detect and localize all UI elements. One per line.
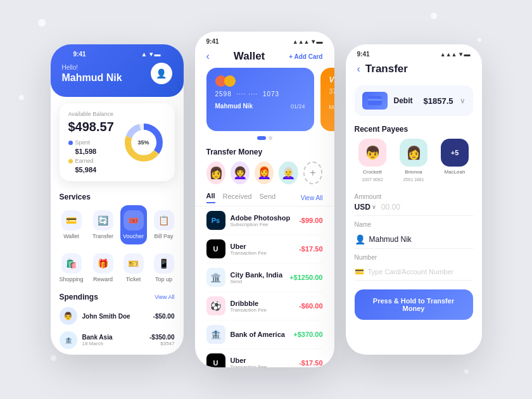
balance-amount: $498.57 <box>68 120 114 134</box>
spendings-view-all[interactable]: View All <box>155 294 174 300</box>
add-payee-button[interactable]: + <box>303 162 323 184</box>
transaction-tabs: All Received Send View All <box>195 189 334 206</box>
battery-icon: ▬ <box>155 51 161 58</box>
tab-received[interactable]: Received <box>223 193 252 203</box>
service-reward-label: Reward <box>93 276 113 282</box>
number-label: Number <box>355 254 473 261</box>
tx-icon-dribbble: ⚽ <box>206 296 225 315</box>
spending-amount-bankasia: -$350.00 <box>149 334 174 341</box>
transactions-view-all[interactable]: View All <box>301 194 323 201</box>
payee-name-brionna: Brionna <box>405 169 422 175</box>
add-card-button[interactable]: + Add Card <box>289 53 322 60</box>
tx-sub-citybank: Send <box>231 279 283 284</box>
payee-brionna[interactable]: 👩 Brionna 2561 1881 <box>396 139 432 182</box>
back-button-transfer[interactable]: ‹ <box>357 63 360 75</box>
debit-chevron-icon: ∨ <box>460 96 466 105</box>
wifi-icon-3: ▾ <box>459 51 462 58</box>
earned-amount: $5,984 <box>75 166 114 174</box>
wallet-title: Wallet <box>234 50 265 63</box>
card-expiry-1: 01/24 <box>291 103 305 110</box>
payees-row: 👦 Crockett 1007 9082 👩 Brionna 2561 1881… <box>355 139 473 182</box>
phone-home: 9:41 ▲ ▾ ▬ Hello! Mahmud Nik 👤 Available… <box>51 44 184 355</box>
spendings-header: Spendings View All <box>51 288 184 304</box>
service-reward[interactable]: 🎁 Reward <box>90 248 117 288</box>
user-avatar: 👤 <box>151 63 172 84</box>
tx-sub-photoshop: Subscription Fee <box>231 222 291 227</box>
greeting: Hello! <box>62 64 122 71</box>
service-transfer[interactable]: 🔄 Transfer <box>90 205 117 244</box>
tx-amount-photoshop: -$99.00 <box>299 217 322 224</box>
scroll-dot-2 <box>269 136 272 140</box>
service-voucher[interactable]: 🎟️ Voucher <box>120 205 147 244</box>
scroll-dot-1 <box>257 136 266 140</box>
debit-selector[interactable]: Debit $1857.5 ∨ <box>355 86 473 116</box>
tx-icon-uber1: U <box>206 239 225 258</box>
phone-wallet: 9:41 ▲▲▲ ▾ ▬ ‹ Wallet + Add Card 2598 ··… <box>195 32 334 367</box>
currency-select[interactable]: USD ∨ <box>355 203 376 212</box>
payee-more[interactable]: +5 MacLeah <box>437 139 473 182</box>
status-time-1: 9:41 <box>73 51 86 58</box>
tab-all[interactable]: All <box>206 192 215 203</box>
card-number-1: 2598 ···· ···· 1073 <box>215 91 305 98</box>
payee-crockett[interactable]: 👦 Crockett 1007 9082 <box>355 139 391 182</box>
tx-name-uber1: Uber <box>231 243 267 250</box>
cards-scroll: 2598 ···· ···· 1073 Mahmud Nik 01/24 VIS… <box>195 68 334 131</box>
name-row: 👤 Mahmud Nik <box>355 231 473 249</box>
avatar-john: 👨 <box>60 307 77 325</box>
tx-sub-uber2: Transaction Fee <box>231 364 267 368</box>
tab-send[interactable]: Send <box>259 193 276 203</box>
services-title: Services <box>51 187 184 205</box>
service-topup[interactable]: 📱 Top up <box>151 248 177 288</box>
transfer-money-button[interactable]: Press & Hold to Transfer Money <box>355 289 473 320</box>
name-value: Mahmud Nik <box>369 235 412 244</box>
service-billpay[interactable]: 📋 Bill Pay <box>151 205 177 244</box>
service-wallet[interactable]: 💳 Wallet <box>57 205 86 244</box>
spending-citybank: 🏛️ City Bank, India 15 March -$570.00 $3… <box>51 352 184 355</box>
currency-value: USD <box>355 203 370 212</box>
tx-uber2: U Uber Transaction Fee -$17.50 <box>206 349 323 367</box>
recent-payees-title: Recent Payees <box>355 125 473 134</box>
status-bar-1: 9:41 ▲ ▾ ▬ <box>62 44 172 60</box>
transfer-form: Ammount USD ∨ 00.00 Name 👤 Mahmud Nik Nu… <box>346 186 482 283</box>
signal-icon-2: ▲▲▲ <box>293 39 310 45</box>
service-voucher-label: Voucher <box>123 233 144 239</box>
transfer-avatar-2[interactable]: 👩‍🦱 <box>231 162 250 184</box>
tx-name-bankamerica: Bank of America <box>231 331 285 338</box>
recent-payees-section: Recent Payees 👦 Crockett 1007 9082 👩 Bri… <box>346 121 482 186</box>
spending-john: 👨 John Smith Doe -$50.00 <box>51 304 184 328</box>
wallet-header: ‹ Wallet + Add Card <box>195 48 334 68</box>
service-ticket[interactable]: 🎫 Ticket <box>120 248 147 288</box>
signal-icon: ▲ <box>141 51 148 58</box>
tx-name-dribbble: Dribbble <box>231 300 267 307</box>
tx-name-uber2: Uber <box>231 357 267 364</box>
transfer-avatar-4[interactable]: 👩‍🦳 <box>279 162 298 184</box>
spending-total-bankasia: $3547 <box>149 341 174 346</box>
battery-icon-3: ▬ <box>464 51 471 58</box>
transfer-section: Transfer Money 👩 👩‍🦱 👩‍🦰 👩‍🦳 + <box>195 145 334 189</box>
card-number-visa: 3754 <box>329 88 334 95</box>
transfer-avatars: 👩 👩‍🦱 👩‍🦰 👩‍🦳 + <box>206 162 323 184</box>
service-ticket-label: Ticket <box>126 276 141 282</box>
spent-label: Spent <box>75 139 91 146</box>
tx-sub-uber1: Transaction Fee <box>231 250 267 256</box>
amount-label: Ammount <box>355 193 473 200</box>
card-mastercard[interactable]: 2598 ···· ···· 1073 Mahmud Nik 01/24 <box>206 68 314 131</box>
tx-amount-uber2: -$17.50 <box>299 359 322 367</box>
service-wallet-label: Wallet <box>63 233 79 239</box>
tx-icon-citybank: 🏛️ <box>206 268 225 287</box>
user-name: Mahmud Nik <box>62 72 122 84</box>
service-shopping[interactable]: 🛍️ Shopping <box>57 248 86 288</box>
transfer-avatar-3[interactable]: 👩‍🦰 <box>255 162 274 184</box>
number-row: 💳 Type Card/Account Number <box>355 263 473 281</box>
wifi-icon-2: ▾ <box>312 38 315 45</box>
status-bar-3: 9:41 ▲▲▲ ▾ ▬ <box>346 44 482 60</box>
currency-chevron-icon: ∨ <box>372 204 376 210</box>
amount-input[interactable]: 00.00 <box>381 203 473 212</box>
card-visa[interactable]: VISA 3754 Mah... <box>320 68 334 131</box>
transfer-header: ‹ Transfer <box>346 60 482 80</box>
back-button-wallet[interactable]: ‹ <box>206 51 210 62</box>
tx-amount-dribbble: -$60.00 <box>299 302 322 310</box>
transfer-avatar-1[interactable]: 👩 <box>206 162 225 184</box>
card-placeholder[interactable]: Type Card/Account Number <box>368 268 454 276</box>
signal-icon-3: ▲▲▲ <box>440 51 457 58</box>
